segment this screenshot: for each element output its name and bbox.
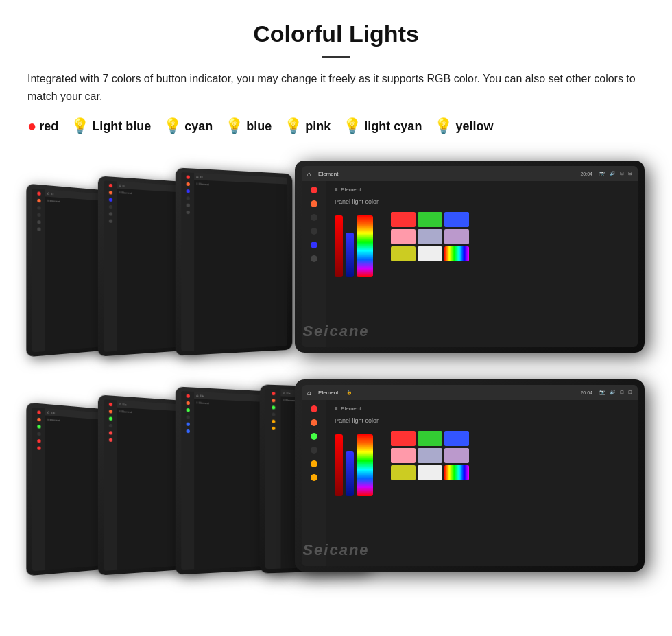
swatch	[418, 448, 442, 463]
swatch	[418, 212, 442, 227]
title-divider	[322, 56, 350, 58]
bar-rainbow-2	[357, 434, 373, 496]
device-3-screen: ⌂ El ≡ Element	[181, 172, 287, 351]
swatch	[418, 246, 442, 261]
swatch-rainbow	[444, 246, 469, 261]
main-sidebar-dot	[311, 419, 317, 426]
color-item-pink: 💡 pink	[284, 117, 331, 135]
main-sidebar-dot	[311, 228, 317, 235]
color-label-lightblue: Light blue	[92, 119, 151, 134]
color-item-yellow: 💡 yellow	[434, 117, 493, 135]
main-screen-2: ⌂ Element 🔒 20:04 📷 🔊 ⊡ ⊟	[302, 385, 638, 566]
swatches-grid-1	[391, 212, 469, 261]
sidebar-dot	[186, 429, 189, 433]
sidebar-dot	[108, 212, 112, 215]
main-sidebar-dot	[311, 460, 317, 467]
sidebar-dot	[108, 198, 112, 202]
sidebar-dot	[37, 228, 40, 231]
main-body-1: ≡ Element Panel light color	[302, 181, 638, 347]
color-label-yellow: yellow	[455, 119, 493, 134]
sidebar-dot	[186, 176, 189, 179]
device-row-1: ⌂ El ≡ Element	[27, 150, 645, 353]
page-title: Colorful Lights	[27, 21, 645, 47]
sidebar-dot	[108, 431, 112, 434]
color-label-lightcyan: light cyan	[364, 119, 422, 134]
sidebar-dot	[37, 425, 40, 429]
color-label-blue: blue	[246, 119, 272, 134]
swatch	[444, 229, 469, 244]
swatch	[391, 246, 416, 261]
main-sidebar-dot	[311, 255, 317, 262]
device-3: ⌂ El ≡ Element	[176, 167, 293, 355]
sidebar-dot	[272, 392, 275, 395]
sidebar-dot	[37, 439, 40, 443]
color-item-lightcyan: 💡 light cyan	[343, 117, 422, 135]
sidebar-dot	[37, 220, 40, 224]
sidebar-dot	[108, 438, 112, 442]
main-body-2: ≡ Element Panel light color	[302, 400, 638, 566]
sidebar-dot	[37, 447, 40, 450]
sidebar-dot	[108, 424, 112, 427]
sidebar-dot	[186, 189, 189, 193]
device-main-1: ⌂ Element 20:04 📷 🔊 ⊡ ⊟	[295, 161, 645, 353]
bar-red	[335, 215, 343, 277]
sidebar-dot	[186, 401, 189, 405]
sidebar-dot	[272, 399, 275, 402]
swatch-rainbow	[444, 465, 469, 480]
sidebar-dot	[272, 420, 275, 423]
swatch	[391, 431, 416, 446]
sidebar-dot	[37, 213, 40, 217]
sidebar-dot	[186, 196, 189, 200]
device-row2-4-sidebar	[265, 389, 281, 569]
sidebar-dot	[186, 394, 189, 398]
main-sidebar-dot	[311, 433, 317, 440]
sidebar-dot	[186, 182, 189, 186]
color-bars-group-2	[335, 431, 373, 496]
sidebar-dot	[272, 427, 275, 430]
main-sidebar-dot	[311, 474, 317, 481]
device-main-2: ⌂ Element 🔒 20:04 📷 🔊 ⊡ ⊟	[295, 379, 645, 572]
page-container: Colorful Lights Integrated with 7 colors…	[0, 0, 672, 599]
sidebar-dot-red	[108, 184, 112, 188]
bar-blue-2	[346, 451, 354, 496]
sidebar-dot	[108, 417, 112, 421]
main-content-2: ≡ Element Panel light color	[326, 400, 638, 566]
sidebar-dot	[186, 423, 189, 426]
color-item-blue: 💡 blue	[225, 117, 272, 135]
main-topbar-1: ⌂ Element 20:04 📷 🔊 ⊡ ⊟	[302, 166, 638, 181]
main-sidebar-dot	[311, 214, 317, 221]
swatches-grid-2	[391, 431, 469, 480]
color-section-2	[335, 431, 629, 496]
device-row2-2-sidebar	[104, 399, 117, 571]
color-section-1	[335, 212, 629, 277]
swatch	[418, 465, 442, 480]
panel-label-1: Panel light color	[335, 198, 629, 205]
main-topbar-2: ⌂ Element 🔒 20:04 📷 🔊 ⊡ ⊟	[302, 385, 638, 400]
sidebar-dot	[108, 205, 112, 209]
sidebar-dot-red	[37, 191, 40, 196]
sidebar-dot	[37, 432, 40, 436]
swatch	[418, 431, 442, 446]
sidebar-dot	[37, 418, 40, 422]
swatch	[391, 465, 416, 480]
description-text: Integrated with 7 colors of button indic…	[27, 70, 645, 105]
swatch	[444, 212, 469, 227]
device-row2-1-sidebar	[32, 408, 45, 572]
color-item-red: ● red	[27, 117, 58, 135]
swatch	[391, 448, 416, 463]
main-sidebar-dot-red	[311, 187, 317, 193]
swatch	[444, 431, 469, 446]
color-bars-group-1	[335, 212, 373, 277]
color-label-cyan: cyan	[184, 119, 213, 134]
sidebar-dot	[37, 206, 40, 210]
sidebar-dot	[186, 204, 189, 207]
device-row-2: ⌂ Ele ≡ Element	[27, 369, 645, 572]
color-item-lightblue: 💡 Light blue	[71, 117, 151, 135]
main-sidebar-dot	[311, 405, 317, 412]
main-sidebar-dot	[311, 447, 317, 454]
device-3-main: ⌂ El ≡ Element	[194, 173, 287, 351]
sidebar-dot	[272, 406, 275, 410]
sidebar-dot	[37, 410, 40, 414]
sidebar-dot	[37, 199, 40, 203]
color-label-red: red	[39, 119, 58, 134]
